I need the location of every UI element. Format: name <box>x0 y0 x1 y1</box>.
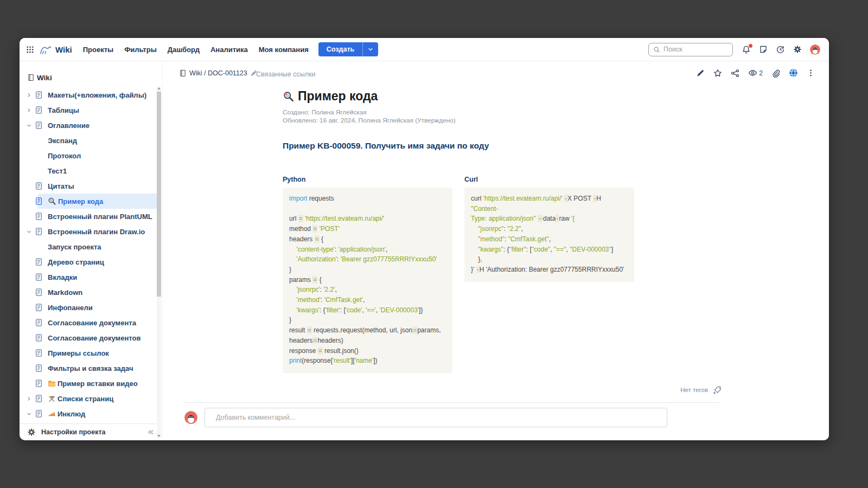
related-links-tab[interactable]: Связанные ссылки <box>256 70 315 78</box>
sidebar-item[interactable]: Тест1 <box>20 163 162 178</box>
magnifier-icon <box>48 197 56 206</box>
sidebar-scrollbar-thumb[interactable] <box>157 92 161 297</box>
breadcrumb[interactable]: Wiki / DOC-001123 <box>179 69 258 77</box>
nav-item-2[interactable]: Дашборд <box>168 46 200 54</box>
code-examples: Pythonimport requests url = 'https://tes… <box>283 176 722 373</box>
sidebar-item[interactable]: Запуск проекта <box>20 239 162 254</box>
chevron-right-icon[interactable] <box>26 107 35 113</box>
search-box[interactable] <box>648 43 733 56</box>
sidebar-item-label: Встроенный плагин PlantUML <box>48 213 152 221</box>
page-tree: Макеты(+вложения, файлы)ТаблицыОглавлени… <box>20 84 162 423</box>
document-icon <box>35 106 48 114</box>
attachment-paperclip-icon[interactable] <box>771 69 780 78</box>
sidebar-item-label: Встроенный плагин Draw.io <box>48 228 145 236</box>
create-button[interactable]: Создать <box>318 42 378 56</box>
create-dropdown-chevron-icon[interactable] <box>362 42 378 56</box>
sidebar-item-label: Инфопанели <box>48 304 93 312</box>
sidebar-item-label: Макеты(+вложения, файлы) <box>48 91 146 99</box>
document-icon <box>35 318 48 327</box>
code-card-curl: Curlcurl 'https://test.evateam.ru/api/' … <box>464 176 634 282</box>
document-icon <box>35 288 48 297</box>
sidebar-item-label: Таблицы <box>48 106 79 114</box>
public-globe-icon[interactable] <box>789 68 798 78</box>
more-kebab-icon[interactable] <box>807 69 815 77</box>
sidebar-item[interactable]: Инфопанели <box>20 300 162 315</box>
sidebar-item-label: Протокол <box>48 152 81 160</box>
sidebar-item-label: Вкладки <box>48 273 77 281</box>
sidebar-item[interactable]: Встроенный плагин Draw.io <box>20 224 162 239</box>
sidebar-item[interactable]: Макеты(+вложения, файлы) <box>20 87 162 102</box>
chevron-right-icon[interactable] <box>26 92 35 98</box>
project-settings-label[interactable]: Настройки проекта <box>41 428 142 436</box>
sidebar-item-label: Примеры ссылок <box>48 349 109 357</box>
sidebar-item[interactable]: Инклюд <box>20 406 162 421</box>
eye-icon <box>748 68 757 78</box>
search-icon <box>653 46 660 53</box>
sidebar-item[interactable]: Для вставки <box>20 421 162 423</box>
comment-input[interactable] <box>205 408 667 427</box>
sidebar-item[interactable]: Фильтры и связка задач <box>20 361 162 376</box>
sidebar-item-label: Пример вставки видео <box>48 380 138 388</box>
sidebar-item[interactable]: Протокол <box>20 148 162 163</box>
sidebar-item[interactable]: Дерево страниц <box>20 254 162 269</box>
sidebar-item[interactable]: Markdown <box>20 285 162 300</box>
chevron-right-icon[interactable] <box>26 396 35 402</box>
sidebar-item[interactable]: Списки страниц <box>20 391 162 406</box>
scroll-down-arrow-icon[interactable] <box>157 435 161 437</box>
chevron-down-icon[interactable] <box>26 411 35 417</box>
scroll-up-arrow-icon[interactable] <box>157 87 161 89</box>
section-heading: Пример KB-000059. Получить имя задачи по… <box>283 141 722 151</box>
notifications-bell-icon[interactable] <box>742 45 751 54</box>
nav-item-1[interactable]: Фильтры <box>124 46 157 54</box>
sidebar-item[interactable]: Пример кода <box>20 194 162 209</box>
share-icon[interactable] <box>731 69 739 78</box>
edit-pencil-icon[interactable] <box>696 69 705 78</box>
create-button-label[interactable]: Создать <box>318 42 362 56</box>
nav-item-3[interactable]: Аналитика <box>210 46 248 54</box>
nav-item-0[interactable]: Проекты <box>83 46 113 54</box>
notification-dot <box>749 44 752 48</box>
sidebar-item[interactable]: Согласование документа <box>20 315 162 330</box>
sidebar-item[interactable]: Согласование документов <box>20 330 162 345</box>
chevron-down-icon[interactable] <box>26 123 35 129</box>
sidebar-item[interactable]: Экспанд <box>20 133 162 148</box>
app-logo-dino-icon[interactable] <box>39 43 53 55</box>
brand-title[interactable]: Wiki <box>55 45 72 54</box>
document-icon <box>35 258 48 266</box>
notes-icon[interactable] <box>759 45 768 54</box>
add-tag-icon[interactable] <box>713 386 722 395</box>
breadcrumb-book-icon <box>179 69 187 77</box>
favorite-star-icon[interactable] <box>713 69 722 78</box>
code-card-python: Pythonimport requests url = 'https://tes… <box>283 176 452 373</box>
watchers-eye-icon[interactable]: 2 <box>748 68 763 78</box>
sidebar-item[interactable]: Вкладки <box>20 269 162 285</box>
chevron-down-icon[interactable] <box>26 229 35 235</box>
sidebar-item-label: Экспанд <box>48 137 77 145</box>
collapse-sidebar-icon[interactable] <box>147 428 155 436</box>
settings-gear-icon[interactable] <box>793 45 802 54</box>
project-settings-gear-icon[interactable] <box>27 428 36 436</box>
code-block[interactable]: curl 'https://test.evateam.ru/api/' -X P… <box>464 188 634 282</box>
wiki-book-icon <box>27 74 35 81</box>
meta-updated: Обновлено: 16 авг. 2024, Полина Яглейска… <box>283 117 722 125</box>
sidebar-item-label: Запуск проекта <box>48 243 101 251</box>
code-block[interactable]: import requests url = 'https://test.evat… <box>283 188 452 373</box>
document-icon <box>35 212 48 221</box>
sidebar-item[interactable]: Пример вставки видео <box>20 376 162 391</box>
search-input[interactable] <box>663 46 728 53</box>
sidebar-item[interactable]: Примеры ссылок <box>20 345 162 361</box>
document-icon <box>35 364 48 373</box>
breadcrumb-text[interactable]: Wiki / DOC-001123 <box>189 69 247 77</box>
document-icon <box>35 197 48 206</box>
user-avatar[interactable] <box>810 44 820 55</box>
wedge-icon <box>48 410 56 418</box>
page-title: Пример кода <box>298 89 378 104</box>
sidebar-item[interactable]: Оглавление <box>20 118 162 133</box>
history-icon[interactable] <box>776 45 785 54</box>
sidebar-item[interactable]: Цитаты <box>20 178 162 194</box>
nav-item-4[interactable]: Моя компания <box>259 46 309 54</box>
sidebar-item[interactable]: Таблицы <box>20 102 162 118</box>
sidebar-item[interactable]: Встроенный плагин PlantUML <box>20 209 162 224</box>
apps-grid-icon[interactable] <box>26 46 34 54</box>
folder-icon <box>48 380 56 388</box>
